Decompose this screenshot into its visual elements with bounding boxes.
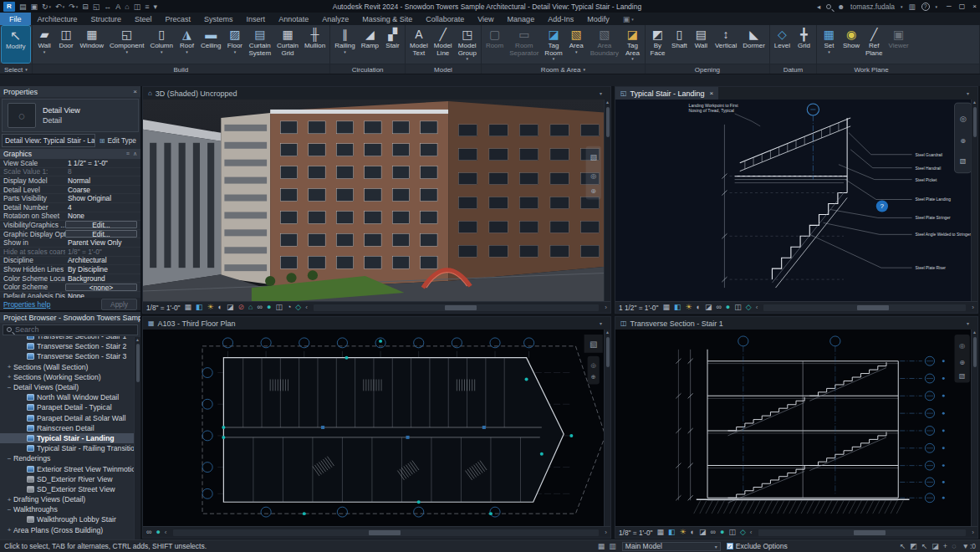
quick-access-icon[interactable]: A▾ bbox=[115, 3, 120, 11]
scroll-left-icon[interactable]: ‹ bbox=[750, 529, 753, 536]
property-row[interactable]: Color Scheme Locat... Background bbox=[0, 274, 140, 284]
restore-button[interactable]: ▢ bbox=[959, 3, 966, 10]
scroll-left-icon[interactable]: ‹ bbox=[165, 529, 167, 536]
ribbon-tool[interactable]: ▯ Column ▾ bbox=[147, 26, 176, 63]
scale-button[interactable]: 1/8" = 1'-0" bbox=[146, 304, 180, 312]
properties-close-icon[interactable]: × bbox=[133, 88, 137, 95]
property-row[interactable]: Discipline Architectural bbox=[0, 257, 140, 266]
view-control-icon[interactable]: ◪ bbox=[705, 304, 712, 311]
view-control-icon[interactable]: ◔ bbox=[287, 304, 291, 311]
property-row[interactable]: Hide at scales coars... 1/8" = 1'-0" bbox=[0, 248, 140, 257]
ribbon-tool[interactable]: ◩ By Face ▾ bbox=[647, 26, 668, 63]
zoom-icon[interactable]: ⊕ bbox=[960, 137, 966, 145]
ribbon-tool[interactable]: ╋ Grid ▾ bbox=[794, 26, 814, 63]
property-value[interactable]: Edit... bbox=[65, 221, 137, 228]
tab-list-caret-icon[interactable]: ▾ bbox=[967, 320, 977, 326]
section-drawing[interactable]: ◎ ⊕ ▧ bbox=[615, 330, 977, 526]
ribbon-tool[interactable]: ◣ Dormer ▾ bbox=[740, 26, 768, 63]
view-control-icon[interactable]: ∞ bbox=[146, 529, 151, 536]
view-control-icon[interactable]: ◇ bbox=[295, 304, 301, 311]
ribbon-tool[interactable]: ▤ Curtain System ▾ bbox=[246, 26, 273, 63]
minimize-button[interactable]: ─ bbox=[947, 3, 952, 10]
view-cube-icon[interactable]: ▧ bbox=[959, 372, 966, 380]
steering-wheel-icon[interactable]: ◎ bbox=[590, 172, 596, 180]
stair-detail-drawing[interactable]: Landing Workpoint to First Nosing of Tre… bbox=[615, 100, 977, 301]
selection-toggle-icon[interactable]: ◪ bbox=[932, 542, 939, 550]
tab-file[interactable]: File bbox=[0, 13, 31, 25]
ribbon-tab[interactable]: Modify bbox=[580, 13, 616, 25]
view-control-icon[interactable]: ● bbox=[726, 304, 730, 311]
property-value[interactable]: 1 1/2" = 1'-0" bbox=[65, 159, 140, 167]
view-control-icon[interactable]: ∞ bbox=[258, 304, 263, 311]
property-value[interactable]: By Discipline bbox=[65, 265, 140, 273]
exclude-options-checkbox[interactable]: ✓Exclude Options bbox=[727, 542, 788, 550]
quick-access-icon[interactable]: ≡▾ bbox=[145, 3, 149, 11]
ribbon-tool[interactable]: ╫ Mullion ▾ bbox=[302, 26, 328, 63]
quick-access-icon[interactable]: ↔▾ bbox=[104, 3, 111, 11]
view-control-icon[interactable]: ◧ bbox=[674, 304, 681, 311]
selection-toggle-icon[interactable]: ↖ bbox=[921, 542, 928, 550]
tree-item[interactable]: SD_Exterior Street View bbox=[0, 484, 140, 494]
ribbon-group-label[interactable]: Work Plane▾ bbox=[817, 64, 926, 74]
steering-wheel-icon[interactable]: ◎ bbox=[591, 362, 596, 368]
ribbon-tab[interactable]: Annotate bbox=[272, 13, 315, 25]
ribbon-group-label[interactable]: Build▾ bbox=[33, 64, 330, 74]
user-name[interactable]: tomasz.fudala bbox=[850, 3, 895, 11]
view-control-icon[interactable]: ▦ bbox=[656, 529, 664, 536]
ribbon-tool[interactable]: ◇ Level ▾ bbox=[772, 26, 793, 63]
revit-logo-icon[interactable]: R bbox=[3, 2, 15, 12]
view-control-icon[interactable]: ◇ bbox=[746, 304, 752, 311]
property-row[interactable]: Color Scheme <none> bbox=[0, 283, 140, 292]
property-row[interactable]: Graphic Display Opt... Edit... bbox=[0, 230, 140, 239]
tree-item[interactable]: Transverse Section - Stair 2 bbox=[0, 341, 140, 351]
navigation-bar[interactable]: ▧ ◎ ⊕ bbox=[586, 146, 601, 200]
tree-item[interactable]: − Detail Views (Detail) bbox=[0, 382, 140, 392]
tab-transverse-section-stair-1[interactable]: ◫Transverse Section - Stair 1 bbox=[615, 317, 728, 330]
view-control-icon[interactable]: ◧ bbox=[668, 529, 676, 536]
ribbon-tool[interactable]: ◳ Model Group ▾ bbox=[456, 26, 479, 63]
quick-access-icon[interactable]: ◫▾ bbox=[134, 3, 141, 11]
tree-expander[interactable]: + bbox=[5, 526, 13, 534]
view-control-icon[interactable]: ☀ bbox=[207, 304, 214, 311]
property-value[interactable]: Edit... bbox=[65, 230, 137, 238]
zoom-icon[interactable]: ⊕ bbox=[959, 359, 965, 366]
property-row[interactable]: Rotation on Sheet None bbox=[0, 212, 140, 222]
scroll-right-icon[interactable]: › bbox=[605, 304, 607, 311]
properties-help-link[interactable]: Properties help bbox=[3, 300, 50, 309]
ribbon-tool[interactable]: ▨ Floor ▾ bbox=[224, 26, 245, 63]
graphics-section-header[interactable]: Graphics≡∧ bbox=[0, 149, 140, 159]
ribbon-tab[interactable]: Add-Ins bbox=[541, 13, 580, 25]
view-control-icon[interactable]: ▦ bbox=[184, 304, 191, 311]
help-icon[interactable]: ? bbox=[921, 3, 930, 11]
quick-access-icon[interactable]: ↶▾ bbox=[55, 3, 64, 11]
view-control-icon[interactable]: ● bbox=[720, 529, 724, 536]
scrollbar[interactable]: ▲ bbox=[971, 330, 977, 526]
tree-item[interactable]: Walkthrough Lobby Stair bbox=[0, 514, 140, 524]
ribbon-tool[interactable]: ▰ Wall ▾ bbox=[34, 26, 55, 63]
ribbon-tool[interactable]: ▦ Set ▾ bbox=[819, 26, 840, 63]
ribbon-tool[interactable]: ▧ Area Boundary ▾ bbox=[588, 26, 621, 63]
ribbon-tool[interactable]: ▬ Ceiling ▾ bbox=[198, 26, 223, 63]
steering-wheel-icon[interactable]: ◎ bbox=[959, 342, 965, 350]
property-row[interactable]: Show Hidden Lines By Discipline bbox=[0, 265, 140, 274]
ribbon-tab[interactable]: Insert bbox=[240, 13, 273, 25]
ribbon-tab[interactable]: Steel bbox=[128, 13, 159, 25]
close-button[interactable]: × bbox=[972, 3, 977, 10]
property-value[interactable]: Coarse bbox=[65, 186, 140, 194]
view-control-icon[interactable]: ∞ bbox=[711, 529, 716, 536]
view-control-icon[interactable]: ◪ bbox=[227, 304, 234, 311]
horizontal-scrollbar[interactable] bbox=[758, 529, 967, 536]
scrollbar[interactable]: ▲ bbox=[604, 330, 610, 526]
tree-item[interactable]: SD_Exterior River View bbox=[0, 474, 140, 484]
worksets-icon[interactable]: ▥ bbox=[609, 542, 616, 550]
ribbon-tool[interactable]: ∥ Railing ▾ bbox=[332, 26, 357, 63]
view-control-icon[interactable]: ● bbox=[267, 304, 271, 311]
edit-type-button[interactable]: ⊞Edit Type bbox=[97, 134, 139, 147]
view-control-icon[interactable]: ◫ bbox=[734, 304, 742, 311]
tree-item[interactable]: + Area Plans (Gross Building) bbox=[0, 525, 140, 535]
ribbon-tool[interactable]: ╱ Model Line ▾ bbox=[431, 26, 455, 63]
ribbon-tab[interactable]: View bbox=[471, 13, 500, 25]
view-control-icon[interactable]: ◫ bbox=[728, 529, 736, 536]
modify-tool[interactable]: ↖ Modify ▾ bbox=[2, 26, 30, 63]
property-value[interactable]: 4 bbox=[65, 203, 140, 212]
